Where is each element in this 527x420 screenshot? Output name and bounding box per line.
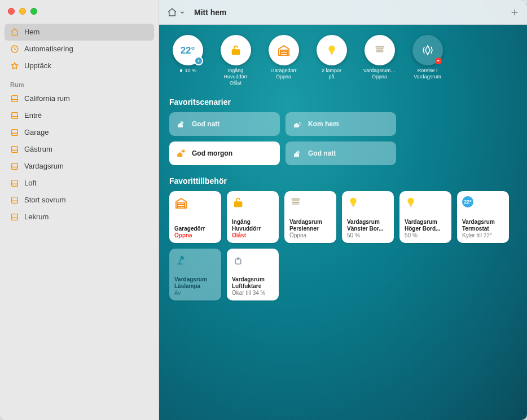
- climate-temp: 22°: [181, 47, 195, 54]
- motion-icon: [421, 43, 434, 57]
- close-window-button[interactable]: [8, 8, 15, 15]
- blinds-icon: [289, 196, 331, 209]
- minimize-window-button[interactable]: [19, 8, 26, 15]
- sidebar-room-item[interactable]: Entré: [5, 107, 154, 124]
- window-controls: [8, 8, 37, 15]
- accessory-title: Garagedörr: [174, 226, 216, 232]
- status-caption: Garagedörr Öppna: [270, 68, 296, 80]
- scene-tile[interactable]: God natt: [169, 112, 280, 136]
- sidebar-item-discover[interactable]: Upptäck: [5, 58, 154, 74]
- clock-icon: [10, 45, 19, 54]
- status-caption: 2 lampor på: [322, 68, 341, 80]
- sidebar-room-item[interactable]: Loft: [5, 175, 154, 192]
- sidebar-item-label: Garage: [24, 126, 49, 139]
- svg-rect-10: [375, 46, 384, 48]
- humidifier-icon: [232, 254, 274, 266]
- scene-tile[interactable]: Kom hem: [286, 112, 396, 136]
- accessory-lamp-right[interactable]: Vardagsrum Höger Bord... 50 %: [399, 191, 451, 243]
- room-icon: [10, 196, 19, 205]
- home-selector[interactable]: [167, 7, 185, 17]
- svg-point-11: [299, 122, 300, 123]
- climate-circle: 22°: [173, 35, 203, 65]
- status-motion[interactable]: Rörelse i Vardagsrum: [409, 35, 446, 80]
- status-garage-door[interactable]: Garagedörr Öppna: [265, 35, 302, 80]
- accessories-header: Favorittillbehör: [169, 176, 517, 185]
- sidebar-room-item[interactable]: Lekrum: [5, 209, 154, 226]
- accessory-subtitle: Huvuddörr: [232, 226, 274, 232]
- svg-rect-1: [12, 96, 18, 102]
- alert-badge-icon: [435, 58, 442, 64]
- status-circle: [317, 35, 347, 65]
- sidebar-item-label: California rum: [24, 92, 70, 105]
- svg-rect-2: [12, 113, 18, 119]
- accessory-title: Vardagsrum: [405, 219, 446, 226]
- accessory-blinds[interactable]: Vardagsrum Persienner Öppna: [284, 191, 336, 243]
- svg-rect-15: [410, 206, 412, 207]
- star-icon: [10, 61, 19, 70]
- morning-home-icon: [176, 148, 186, 158]
- accessory-entry-lock[interactable]: Ingång Huvuddörr Olåst: [227, 191, 279, 243]
- room-icon: [10, 162, 19, 171]
- night-home-icon: [176, 119, 186, 129]
- arrive-home-icon: [292, 119, 302, 129]
- toolbar: Mitt hem: [159, 0, 527, 25]
- garage-icon: [277, 43, 291, 57]
- sidebar: HemAutomatiseringUpptäck Rum California …: [0, 0, 159, 420]
- accessory-title: Vardagsrum: [174, 276, 216, 283]
- status-entry-lock[interactable]: Ingång Huvuddörr Olåst: [217, 35, 254, 86]
- accessory-lamp-left[interactable]: Vardagsrum Vänster Bor... 50 %: [342, 191, 394, 243]
- zoom-window-button[interactable]: [30, 8, 37, 15]
- room-icon: [10, 213, 19, 222]
- accessory-garage[interactable]: Garagedörr Öppna: [169, 191, 221, 243]
- status-lights-on[interactable]: 2 lampor på: [313, 35, 350, 80]
- sidebar-item-label: Lekrum: [24, 211, 49, 223]
- add-button[interactable]: [510, 8, 519, 17]
- bulb-icon: [326, 44, 338, 56]
- svg-rect-4: [12, 147, 18, 153]
- accessory-reading[interactable]: Vardagsrum Läslampa Av: [169, 249, 221, 300]
- sidebar-room-item[interactable]: Vardagsrum: [5, 158, 154, 175]
- sidebar-room-item[interactable]: Garage: [5, 124, 154, 141]
- page-title: Mitt hem: [194, 8, 227, 17]
- status-caption: Rörelse i Vardagsrum: [414, 68, 441, 80]
- sidebar-item-label: Upptäck: [24, 60, 51, 72]
- svg-rect-3: [12, 130, 18, 136]
- accessory-humidifier[interactable]: Vardagsrum Luftfuktare Ökar till 34 %: [227, 249, 279, 300]
- sidebar-room-item[interactable]: California rum: [5, 90, 154, 107]
- sidebar-item-label: Loft: [24, 177, 37, 189]
- sidebar-room-item[interactable]: Gästrum: [5, 141, 154, 158]
- sidebar-item-auto[interactable]: Automatisering: [5, 41, 154, 58]
- scene-label: God natt: [308, 149, 336, 157]
- status-blinds-open[interactable]: Vardagsrum… Öppna: [361, 35, 398, 80]
- accessory-title: Vardagsrum: [347, 219, 389, 226]
- scenes-header: Favoritscenarier: [169, 98, 517, 107]
- sidebar-item-label: Automatisering: [24, 43, 73, 55]
- accessory-title: Vardagsrum: [232, 276, 274, 283]
- sidebar-item-label: Hem: [24, 26, 39, 38]
- scene-label: Kom hem: [308, 120, 339, 128]
- sidebar-item-label: Vardagsrum: [24, 160, 64, 173]
- sidebar-item-home[interactable]: Hem: [5, 24, 154, 41]
- sidebar-room-item[interactable]: Stort sovrum: [5, 192, 154, 209]
- sidebar-rooms-header: Rum: [0, 74, 159, 90]
- accessory-subtitle: Läslampa: [174, 283, 216, 290]
- svg-rect-5: [12, 163, 18, 170]
- sidebar-item-label: Gästrum: [24, 143, 52, 156]
- room-icon: [10, 111, 19, 120]
- scene-tile[interactable]: God morgon: [169, 142, 280, 165]
- svg-rect-14: [352, 206, 354, 207]
- status-climate[interactable]: 22° 10 %: [169, 35, 206, 74]
- status-circle: [412, 35, 443, 65]
- scene-label: God natt: [192, 120, 219, 128]
- accessory-status: 50 %: [347, 232, 389, 239]
- unlock-icon: [230, 44, 242, 56]
- room-icon: [10, 128, 19, 137]
- bulb-icon: [405, 196, 446, 209]
- accessory-subtitle: Vänster Bor...: [347, 226, 389, 232]
- garage-icon: [174, 196, 216, 210]
- room-icon: [10, 145, 19, 154]
- accessory-thermostat[interactable]: 22° Vardagsrum Termostat Kyler till 22°: [457, 191, 509, 243]
- unlock-icon: [232, 196, 274, 209]
- status-caption: Vardagsrum… Öppna: [363, 68, 396, 80]
- scene-tile[interactable]: God natt: [286, 142, 396, 165]
